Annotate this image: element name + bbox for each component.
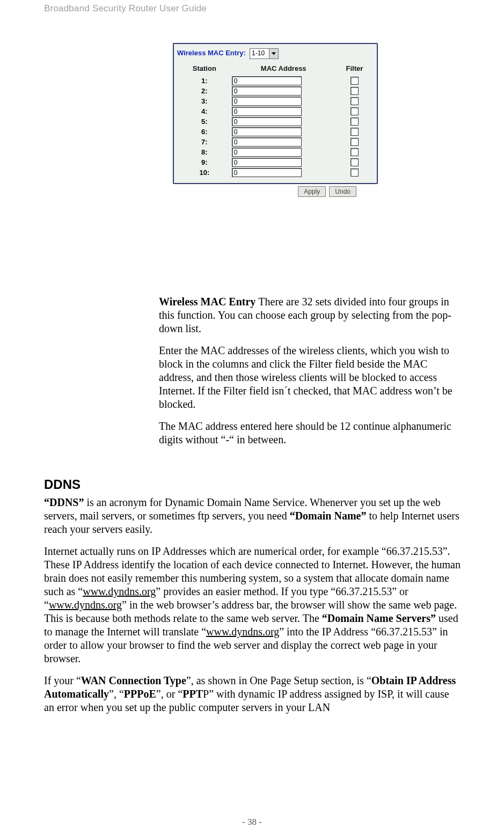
station-label: 7: — [177, 137, 232, 147]
text-span: If your “ — [44, 675, 81, 686]
filter-checkbox[interactable] — [350, 148, 359, 156]
page-header: Broadband Security Router User Guide — [44, 3, 207, 14]
table-row: 1: 0 — [177, 76, 374, 86]
filter-checkbox[interactable] — [350, 128, 359, 136]
strong-text: “DDNS” — [44, 496, 84, 508]
filter-checkbox[interactable] — [350, 169, 359, 177]
strong-text: PPPoE — [124, 688, 156, 700]
text-span: ”, “ — [109, 688, 124, 700]
link-dyndns[interactable]: www.dyndns.org — [83, 585, 156, 597]
station-label: 8: — [177, 147, 232, 157]
page-footer: - 38 - — [0, 817, 504, 827]
strong-text: WAN Connection Type — [81, 675, 186, 686]
mac-range-select[interactable]: 1-10 — [250, 48, 279, 59]
strong-text: “Domain Name Servers” — [322, 612, 436, 624]
table-row: 6: 0 — [177, 127, 374, 137]
station-label: 4: — [177, 106, 232, 116]
table-row: 7: 0 — [177, 137, 374, 147]
station-label: 10: — [177, 167, 232, 178]
mac-input[interactable]: 0 — [232, 158, 302, 167]
mac-input[interactable]: 0 — [232, 168, 302, 177]
strong-text: “Domain Name” — [290, 510, 367, 522]
strong-text: PPT — [182, 688, 203, 700]
th-station: Station — [177, 62, 232, 76]
table-row: 8: 0 — [177, 147, 374, 157]
station-label: 6: — [177, 127, 232, 137]
table-row: 9: 0 — [177, 157, 374, 167]
filter-checkbox[interactable] — [350, 118, 359, 126]
mac-input[interactable]: 0 — [232, 86, 302, 96]
filter-checkbox[interactable] — [350, 87, 359, 95]
mac-input[interactable]: 0 — [232, 76, 302, 85]
th-filter: Filter — [335, 62, 374, 76]
filter-checkbox[interactable] — [350, 107, 359, 115]
table-row: 3: 0 — [177, 96, 374, 106]
link-dyndns[interactable]: www.dyndns.org — [206, 626, 279, 638]
strong-text: Wireless MAC Entry — [159, 296, 258, 307]
paragraph: Internet actually runs on IP Addresses w… — [44, 545, 461, 665]
table-row: 2: 0 — [177, 86, 374, 96]
filter-checkbox[interactable] — [350, 77, 359, 85]
table-row: 10: 0 — [177, 167, 374, 178]
text-span: ”, or “ — [156, 688, 182, 700]
mac-entry-panel: Wireless MAC Entry: 1-10 Station MAC Add… — [173, 43, 378, 197]
paragraph: Enter the MAC addresses of the wireless … — [44, 344, 461, 411]
filter-checkbox[interactable] — [350, 158, 359, 166]
paragraph: If your “WAN Connection Type”, as shown … — [44, 674, 461, 714]
text-span: ”, as shown in One Page Setup section, i… — [186, 675, 371, 686]
link-dyndns[interactable]: www.dyndns.org — [49, 599, 122, 611]
th-mac: MAC Address — [232, 62, 335, 76]
mac-range-value: 1-10 — [252, 49, 265, 57]
paragraph: “DDNS” is an acronym for Dynamic Domain … — [44, 496, 461, 536]
mac-input[interactable]: 0 — [232, 107, 302, 116]
mac-input[interactable]: 0 — [232, 117, 302, 126]
station-label: 9: — [177, 157, 232, 167]
chevron-down-icon[interactable] — [269, 49, 278, 58]
table-row: 5: 0 — [177, 116, 374, 127]
paragraph: Wireless MAC Entry There are 32 sets div… — [44, 295, 461, 335]
mac-entry-table: Station MAC Address Filter 1: 0 2: 0 — [177, 62, 374, 178]
filter-checkbox[interactable] — [350, 97, 359, 105]
filter-checkbox[interactable] — [350, 138, 359, 146]
station-label: 5: — [177, 116, 232, 127]
svg-marker-0 — [272, 53, 276, 55]
station-label: 3: — [177, 96, 232, 106]
mac-input[interactable]: 0 — [232, 97, 302, 106]
mac-input[interactable]: 0 — [232, 137, 302, 147]
table-row: 4: 0 — [177, 106, 374, 116]
undo-button[interactable]: Undo — [329, 186, 356, 197]
ddns-heading: DDNS — [44, 477, 461, 493]
mac-entry-label: Wireless MAC Entry: — [177, 49, 246, 57]
button-row: Apply Undo — [173, 186, 378, 197]
station-label: 2: — [177, 86, 232, 96]
apply-button[interactable]: Apply — [298, 186, 326, 197]
paragraph: The MAC address entered here should be 1… — [44, 420, 461, 446]
station-label: 1: — [177, 76, 232, 86]
mac-input[interactable]: 0 — [232, 148, 302, 157]
mac-input[interactable]: 0 — [232, 127, 302, 136]
